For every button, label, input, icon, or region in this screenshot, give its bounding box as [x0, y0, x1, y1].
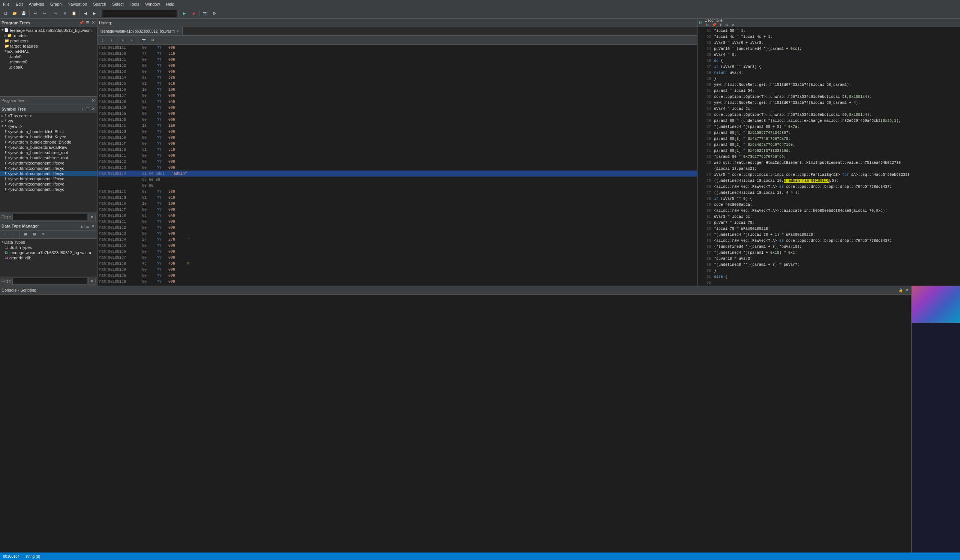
lt-btn1[interactable]: ⟨ — [98, 36, 107, 44]
dc-line-20[interactable]: 71 param2_00[1] = 0x46625f373333316d; — [699, 148, 958, 154]
decompile-close[interactable]: ✕ — [731, 22, 736, 27]
sym-lifecyc3[interactable]: ƒ <yew::html::component::lifecyc — [0, 171, 97, 176]
listing-line-40[interactable]: ram:001001dc4c??4ChL — [98, 284, 697, 286]
dc-line-4[interactable]: 55 uVar4 = 0; — [699, 52, 958, 58]
dc-line-39[interactable]: 89 *(undefined8 **)(param1 + 8) = puVar7… — [699, 262, 958, 268]
dc-line-6[interactable]: 57 if (iVar9 == iVar8) { — [699, 64, 958, 70]
toolbar-run[interactable]: ▶ — [180, 10, 189, 18]
dc-line-38[interactable]: 88 *puVar10 = uVar3; — [699, 256, 958, 262]
listing-line-33[interactable]: ram:001001d500??00h — [98, 243, 697, 249]
listing-line-15[interactable]: ram:001001be00??00h — [98, 134, 697, 140]
listing-line-23[interactable]: 00 00 — [98, 183, 697, 188]
dt-builtin[interactable]: 🗂 BuiltInTypes — [0, 245, 97, 250]
menu-analysis[interactable]: Analysis — [26, 1, 47, 7]
sym-lifecyc5[interactable]: ƒ <yew::html::component::lifecyc — [0, 182, 97, 187]
dc-line-14[interactable]: 65 core::option::Option<T>::unwrap::h567… — [699, 112, 958, 118]
dc-line-9[interactable]: 60 yew::html::NodeRef::get::h41513d67433… — [699, 82, 958, 88]
console-close[interactable]: ✕ — [904, 288, 909, 293]
decompile-content[interactable]: 51 *local_50 = 1;52 *local_4c = *local_4… — [698, 27, 960, 286]
sym-lifecyc2[interactable]: ƒ <yew::html::component::lifecyc — [0, 166, 97, 171]
toolbar-cut[interactable]: ✂ — [52, 10, 60, 18]
listing-line-26[interactable]: ram:001001ce10??10h — [98, 201, 697, 207]
dc-line-10[interactable]: 61 param2 = local_54; — [699, 88, 958, 94]
dt-generic[interactable]: 🗂 generic_clib — [0, 255, 97, 260]
tree-external[interactable]: ▼ EXTERNAL — [0, 49, 97, 54]
listing-line-14[interactable]: ram:001001bd00??00h — [98, 129, 697, 134]
decompile-settings[interactable]: ⚙ — [724, 22, 730, 27]
toolbar-back[interactable]: ◀ — [82, 10, 90, 18]
menu-navigation[interactable]: Navigation — [64, 1, 90, 7]
dc-line-11[interactable]: 62 core::option::Option<T>::unwrap::h567… — [699, 94, 958, 100]
tree-table0[interactable]: .table0 — [0, 54, 97, 59]
dc-line-36[interactable]: 86 (*(undefined4 *)(param1 + 8),*puVar10… — [699, 244, 958, 250]
symbol-tree-close[interactable]: ✕ — [91, 107, 96, 111]
listing-line-24[interactable]: ram:001001cc98??98h — [98, 188, 697, 195]
console-lock[interactable]: 🔒 — [898, 288, 904, 293]
listing-line-28[interactable]: ram:001001d00a??0Ah — [98, 212, 697, 219]
program-trees-close[interactable]: ✕ — [91, 20, 96, 25]
listing-line-5[interactable]: ram:001001b498??98h — [98, 75, 697, 81]
toolbar-paste[interactable]: 📋 — [70, 10, 78, 18]
dc-line-7[interactable]: 58 return uVar4; — [699, 70, 958, 76]
sym-subtree1[interactable]: ƒ <yew::dom_bundle::subtree_root — [0, 150, 97, 155]
symbol-filter-input[interactable] — [12, 214, 87, 220]
dt-filter-input[interactable] — [12, 278, 87, 284]
listing-line-12[interactable]: ram:001001bb00??00h — [98, 116, 697, 123]
sym-subtree2[interactable]: ƒ <yew::dom_bundle::subtree_root — [0, 155, 97, 160]
listing-line-35[interactable]: ram:001001d700??00h — [98, 255, 697, 260]
listing-line-3[interactable]: ram:001001b200??00h — [98, 62, 697, 69]
dc-line-33[interactable]: 83 *local_70 = uRam00100218; — [699, 226, 958, 231]
program-tree-tab-close[interactable]: ✕ — [91, 98, 96, 103]
toolbar-settings[interactable]: ⚙ — [210, 10, 218, 18]
dc-line-28[interactable]: 78 if (iVar5 == 0) { — [699, 196, 958, 202]
program-trees-pin[interactable]: 📌 — [78, 20, 84, 25]
listing-line-38[interactable]: ram:001001da00??00h — [98, 273, 697, 279]
dc-line-3[interactable]: 54 puVar10 = (undefined4 *)(param1 + 0xc… — [699, 46, 958, 52]
decompile-export[interactable]: ⬆ — [718, 22, 723, 27]
listing-line-29[interactable]: ram:001001d100??00h — [98, 219, 697, 225]
sym-yew[interactable]: ▼ ƒ <yew::> — [0, 124, 97, 129]
dc-line-32[interactable]: 82 puVar7 = local_70; — [699, 220, 958, 226]
address-input[interactable] — [102, 10, 177, 17]
dc-line-41[interactable]: 91 else { — [699, 274, 958, 280]
toolbar-redo[interactable]: ↪ — [40, 10, 48, 18]
dtm-btn1[interactable]: ↑ — [1, 230, 9, 238]
toolbar-screenshot[interactable]: 📷 — [201, 10, 209, 18]
lt-btn2[interactable]: ⟩ — [107, 36, 115, 44]
dtm-btn3[interactable]: ⊞ — [21, 230, 30, 238]
listing-line-19[interactable]: ram:001001c200??00h — [98, 158, 697, 164]
lt-btn6[interactable]: ⚙ — [149, 36, 157, 44]
sym-bnode[interactable]: ƒ <yew::dom_bundle::bnode::BNode — [0, 139, 97, 145]
dc-line-21[interactable]: 72 *param2_00 = 0x7361776576766f69; — [699, 154, 958, 160]
toolbar-forward[interactable]: ▶ — [90, 10, 99, 18]
toolbar-new[interactable]: 🗋 — [2, 10, 10, 18]
listing-line-0[interactable]: ram:001001a100??00h — [98, 45, 697, 51]
dc-line-1[interactable]: 52 *local_4c = *local_4c + 1; — [699, 34, 958, 40]
symbol-tree-new[interactable]: + — [81, 107, 84, 111]
dtm-close[interactable]: ✕ — [91, 224, 96, 229]
sym-w[interactable]: ▶ ƒ <w — [0, 118, 97, 124]
dc-line-16[interactable]: 67 *(undefined4 *)(param2_00 + 5) = 0x7a… — [699, 124, 958, 130]
sym-blist[interactable]: ƒ <yew::dom_bundle::blist::BList — [0, 129, 97, 134]
listing-line-9[interactable]: ram:001001b80a??0Ah — [98, 99, 697, 105]
dc-line-5[interactable]: 56 do { — [699, 58, 958, 64]
listing-line-31[interactable]: ram:001001d300??00h — [98, 231, 697, 236]
menu-window[interactable]: Window — [142, 1, 163, 7]
listing-line-36[interactable]: ram:001001d84d??4DhM — [98, 260, 697, 266]
dc-line-18[interactable]: 69 param2_00[3] = 0x4a77746f79675a70; — [699, 136, 958, 142]
toolbar-save[interactable]: 💾 — [19, 10, 28, 18]
tree-memory0[interactable]: .memory0 — [0, 59, 97, 64]
decompile-pin[interactable]: 📌 — [710, 22, 717, 27]
listing-line-6[interactable]: ram:001001b501??01h — [98, 81, 697, 86]
menu-edit[interactable]: Edit — [13, 1, 26, 7]
dc-line-17[interactable]: 68 param2_00[4] = 0x5158577471345867; — [699, 130, 958, 136]
sym-lifecyc6[interactable]: ƒ <yew::html::component::lifecyc — [0, 187, 97, 192]
listing-line-25[interactable]: ram:001001cd01??01h — [98, 195, 697, 201]
menu-help[interactable]: Help — [163, 1, 178, 7]
dc-line-12[interactable]: 63 yew::html::NodeRef::get::h41513d67433… — [699, 100, 958, 106]
sym-lifecyc4[interactable]: ƒ <yew::html::component::lifecyc — [0, 176, 97, 182]
lt-btn3[interactable]: ⊞ — [119, 36, 127, 44]
dc-line-19[interactable]: 70 param2_00[2] = 0x6a4d5a776d6764716e; — [699, 142, 958, 148]
listing-tab-wasm[interactable]: teenage-wasm-a1b7b6323d80512_bg.wasm ✕ — [98, 27, 182, 35]
symbol-tree-menu[interactable]: ☰ — [85, 107, 90, 111]
